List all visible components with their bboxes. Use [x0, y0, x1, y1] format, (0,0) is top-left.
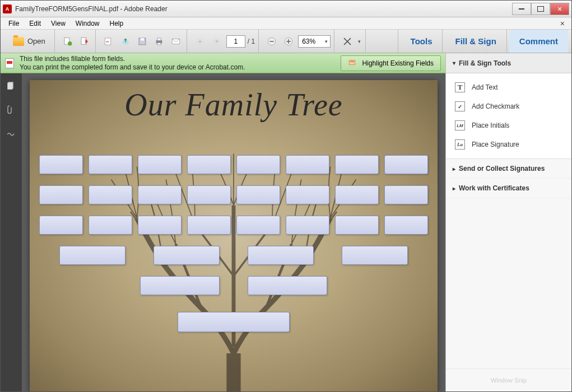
form-field[interactable] — [236, 185, 280, 204]
form-field[interactable] — [335, 155, 379, 174]
zoom-select[interactable]: 63% — [298, 35, 331, 48]
tools-tab[interactable]: Tools — [401, 30, 443, 53]
form-field[interactable] — [89, 216, 132, 235]
signatures-icon[interactable] — [4, 126, 18, 139]
add-checkmark-tool[interactable]: ✓ Add Checkmark — [446, 97, 571, 116]
zoom-in-icon[interactable] — [281, 34, 296, 49]
form-field[interactable] — [140, 276, 220, 295]
form-field[interactable] — [89, 185, 132, 204]
svg-rect-19 — [350, 61, 354, 62]
window-snip-label: Window Snip — [446, 368, 571, 391]
svg-rect-8 — [157, 38, 161, 41]
svg-rect-14 — [269, 41, 274, 42]
form-field[interactable] — [286, 155, 329, 174]
form-field[interactable] — [89, 155, 132, 174]
work-with-certificates[interactable]: Work with Certificates — [446, 179, 571, 198]
svg-point-1 — [68, 41, 72, 46]
form-field[interactable] — [138, 216, 182, 235]
place-initials-tool[interactable]: LM Place Initials — [446, 116, 571, 135]
save-icon[interactable] — [135, 34, 150, 49]
pdf-form-icon — [5, 58, 14, 68]
form-field[interactable] — [384, 185, 428, 204]
form-field[interactable] — [342, 246, 408, 265]
fill-sign-tab[interactable]: Fill & Sign — [445, 30, 506, 53]
highlight-fields-button[interactable]: Highlight Existing Fields — [341, 55, 441, 71]
add-text-tool[interactable]: T Add Text — [446, 78, 571, 97]
form-field[interactable] — [187, 185, 231, 204]
titlebar: A FamilyTreeFORM5GensFINAL.pdf - Adobe R… — [1, 1, 571, 17]
form-field[interactable] — [286, 216, 329, 235]
form-field[interactable] — [248, 246, 314, 265]
read-mode-icon[interactable] — [340, 34, 355, 49]
form-field[interactable] — [335, 216, 379, 235]
form-field[interactable] — [39, 155, 83, 174]
maximize-button[interactable] — [531, 3, 550, 15]
cloud-save-icon[interactable] — [118, 34, 133, 49]
toolbar: Open / 1 63% ▾ Tools — [1, 30, 571, 53]
app-window: A FamilyTreeFORM5GensFINAL.pdf - Adobe R… — [0, 0, 572, 392]
comment-tab[interactable]: Comment — [509, 30, 568, 53]
document-title: Our Family Tree — [30, 80, 438, 123]
initials-icon: LM — [455, 120, 465, 130]
email-icon[interactable] — [169, 34, 183, 49]
fill-sign-tools-header[interactable]: Fill & Sign Tools — [446, 53, 571, 73]
create-pdf-icon[interactable] — [61, 34, 75, 49]
formbar-row: This file includes fillable form fields.… — [1, 53, 571, 73]
open-button[interactable]: Open — [7, 34, 51, 49]
svg-rect-21 — [7, 83, 12, 90]
svg-rect-18 — [349, 60, 355, 64]
page-up-icon[interactable] — [193, 34, 207, 49]
generation-row-5b — [38, 185, 430, 204]
form-field[interactable] — [335, 185, 379, 204]
menu-window[interactable]: Window — [71, 18, 104, 29]
form-field[interactable] — [384, 155, 428, 174]
form-field[interactable] — [138, 155, 182, 174]
page-number-input[interactable] — [226, 35, 245, 48]
minimize-button[interactable] — [512, 3, 531, 15]
form-field[interactable] — [154, 246, 220, 265]
form-field[interactable] — [178, 312, 290, 332]
generation-row-2 — [38, 276, 430, 295]
form-field[interactable] — [384, 216, 428, 235]
window-controls — [512, 3, 569, 15]
form-field[interactable] — [39, 216, 83, 235]
print-icon[interactable] — [152, 34, 166, 49]
document-close-button[interactable]: × — [557, 19, 568, 28]
form-field[interactable] — [59, 246, 125, 265]
svg-rect-17 — [288, 39, 289, 44]
form-field[interactable] — [248, 276, 327, 295]
checkmark-icon: ✓ — [455, 101, 465, 111]
generation-row-3 — [38, 246, 430, 265]
sign-icon[interactable] — [101, 34, 116, 49]
body: Our Family Tree — [1, 73, 571, 391]
attachments-icon[interactable] — [4, 102, 18, 116]
page-total: / 1 — [248, 38, 255, 45]
dropdown-icon[interactable]: ▾ — [357, 39, 362, 44]
send-collect-signatures[interactable]: Send or Collect Signatures — [446, 159, 571, 179]
form-field[interactable] — [286, 185, 329, 204]
document-area[interactable]: Our Family Tree — [22, 73, 445, 391]
form-field[interactable] — [187, 216, 231, 235]
menu-view[interactable]: View — [46, 18, 70, 29]
thumbnails-icon[interactable] — [4, 79, 18, 92]
menu-file[interactable]: File — [4, 18, 24, 29]
menubar: File Edit View Window Help × — [1, 17, 571, 30]
form-field[interactable] — [236, 216, 280, 235]
form-field[interactable] — [187, 155, 231, 174]
convert-pdf-icon[interactable] — [77, 34, 92, 49]
form-field[interactable] — [236, 155, 280, 174]
form-field[interactable] — [39, 185, 83, 204]
menu-help[interactable]: Help — [105, 18, 128, 29]
place-signature-tool[interactable]: La Place Signature — [446, 135, 571, 154]
form-field[interactable] — [138, 185, 182, 204]
zoom-out-icon[interactable] — [264, 34, 279, 49]
right-panel: T Add Text ✓ Add Checkmark LM Place Init… — [445, 73, 571, 391]
app-icon: A — [3, 4, 12, 13]
window-title: FamilyTreeFORM5GensFINAL.pdf - Adobe Rea… — [15, 5, 512, 13]
close-button[interactable] — [550, 3, 569, 15]
svg-rect-6 — [141, 38, 144, 41]
menu-edit[interactable]: Edit — [25, 18, 45, 29]
left-sidebar — [1, 73, 22, 391]
form-message: This file includes fillable form fields.… — [20, 55, 245, 71]
page-down-icon[interactable] — [210, 34, 224, 49]
